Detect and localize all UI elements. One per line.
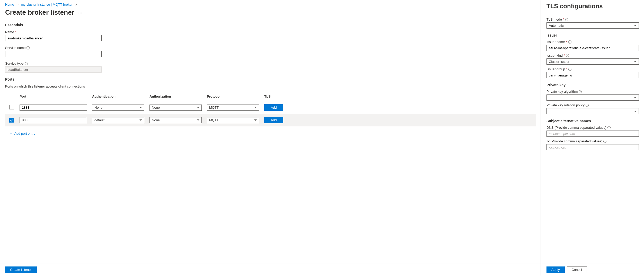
- row-checkbox[interactable]: [9, 105, 14, 109]
- chevron-down-icon: [254, 107, 257, 108]
- chevron-down-icon: [139, 119, 142, 121]
- san-heading: Subject alternative names: [546, 119, 639, 123]
- chevron-right-icon: >: [16, 3, 19, 6]
- header-tls: TLS: [264, 94, 285, 98]
- service-name-input[interactable]: [5, 51, 102, 57]
- chevron-down-icon: [634, 25, 637, 26]
- pk-algorithm-select[interactable]: [546, 94, 639, 101]
- chevron-right-icon: >: [75, 3, 77, 6]
- table-row: default None MQTT Add: [5, 114, 536, 126]
- chevron-down-icon: [197, 119, 199, 121]
- row-checkbox[interactable]: [9, 118, 14, 123]
- chevron-down-icon: [254, 119, 257, 121]
- essentials-heading: Essentials: [5, 23, 536, 27]
- apply-button[interactable]: Apply: [546, 266, 565, 273]
- issuer-group-label: Issuer group *: [546, 67, 639, 71]
- page-title: Create broker listener ···: [5, 8, 536, 16]
- private-key-heading: Private key: [546, 83, 639, 87]
- chevron-down-icon: [197, 107, 199, 108]
- breadcrumb-item-cluster[interactable]: my-cluster-instance | MQTT broker: [21, 3, 73, 6]
- auth-select[interactable]: None: [92, 105, 144, 111]
- authz-select[interactable]: None: [149, 105, 202, 111]
- info-icon[interactable]: [579, 90, 582, 93]
- plus-icon: +: [10, 131, 12, 136]
- breadcrumb-item-home[interactable]: Home: [5, 3, 14, 6]
- issuer-name-input[interactable]: [546, 45, 639, 51]
- header-auth: Authentication: [92, 94, 149, 98]
- pk-rotation-label: Private key rotation policy: [546, 103, 639, 107]
- issuer-kind-label: Issuer kind *: [546, 54, 639, 57]
- name-label: Name *: [5, 30, 102, 34]
- issuer-heading: Issuer: [546, 33, 639, 37]
- authz-select[interactable]: None: [149, 117, 202, 123]
- info-icon[interactable]: [566, 54, 569, 57]
- service-type-value: LoadBalancer: [5, 66, 102, 73]
- add-port-link[interactable]: + Add port entry: [10, 131, 536, 136]
- more-icon[interactable]: ···: [78, 11, 82, 16]
- chevron-down-icon: [634, 97, 637, 98]
- create-listener-button[interactable]: Create listener: [5, 266, 37, 273]
- info-icon[interactable]: [565, 18, 568, 21]
- required-icon: *: [566, 67, 567, 71]
- pk-algorithm-label: Private key algorithm: [546, 90, 639, 93]
- proto-select[interactable]: MQTT: [207, 117, 259, 123]
- cancel-button[interactable]: Cancel: [567, 266, 587, 273]
- ip-label: IP (Provide comma separated values): [546, 139, 639, 143]
- footer-bar: Create listener: [0, 263, 541, 276]
- tls-mode-select[interactable]: Automatic: [546, 22, 639, 29]
- service-name-label: Service name: [5, 46, 102, 50]
- pk-rotation-select[interactable]: [546, 108, 639, 114]
- tls-add-button[interactable]: Add: [264, 104, 283, 111]
- header-proto: Protocol: [207, 94, 264, 98]
- chevron-down-icon: [139, 107, 142, 108]
- header-authz: Authorization: [149, 94, 207, 98]
- dns-input[interactable]: [546, 131, 639, 137]
- tls-mode-label: TLS mode *: [546, 18, 639, 21]
- ports-description: Ports on which this listener accepts cli…: [5, 84, 536, 88]
- chevron-down-icon: [634, 111, 637, 112]
- required-icon: *: [566, 40, 567, 44]
- header-port: Port: [20, 94, 92, 98]
- info-icon[interactable]: [568, 40, 571, 44]
- page-title-text: Create broker listener: [5, 8, 74, 16]
- issuer-name-label: Issuer name *: [546, 40, 639, 44]
- chevron-down-icon: [634, 61, 637, 62]
- proto-select[interactable]: MQTT: [207, 105, 259, 111]
- port-input[interactable]: [20, 117, 87, 123]
- ip-input[interactable]: [546, 144, 639, 150]
- info-icon[interactable]: [586, 104, 589, 107]
- tls-panel-footer: Apply Cancel: [541, 263, 644, 276]
- ports-heading: Ports: [5, 77, 536, 81]
- issuer-kind-select[interactable]: Cluster Issuer: [546, 58, 639, 65]
- tls-add-button[interactable]: Add: [264, 117, 283, 123]
- service-type-label: Service type: [5, 62, 102, 65]
- info-icon[interactable]: [568, 68, 571, 71]
- info-icon[interactable]: [25, 62, 28, 65]
- dns-label: DNS (Provide comma separated values): [546, 126, 639, 130]
- auth-select[interactable]: default: [92, 117, 144, 123]
- required-icon: *: [15, 30, 16, 34]
- required-icon: *: [563, 18, 564, 21]
- breadcrumb: Home > my-cluster-instance | MQTT broker…: [5, 3, 536, 6]
- tls-panel-title: TLS configurations: [546, 3, 639, 10]
- issuer-group-input[interactable]: [546, 72, 639, 78]
- table-row: None None MQTT Add: [5, 101, 536, 114]
- info-icon[interactable]: [607, 126, 611, 129]
- name-input[interactable]: [5, 35, 102, 41]
- ports-table: Port Authentication Authorization Protoc…: [5, 92, 536, 126]
- ports-table-header: Port Authentication Authorization Protoc…: [5, 92, 536, 101]
- info-icon[interactable]: [603, 140, 606, 143]
- info-icon[interactable]: [27, 46, 30, 49]
- required-icon: *: [564, 54, 565, 57]
- port-input[interactable]: [20, 105, 87, 111]
